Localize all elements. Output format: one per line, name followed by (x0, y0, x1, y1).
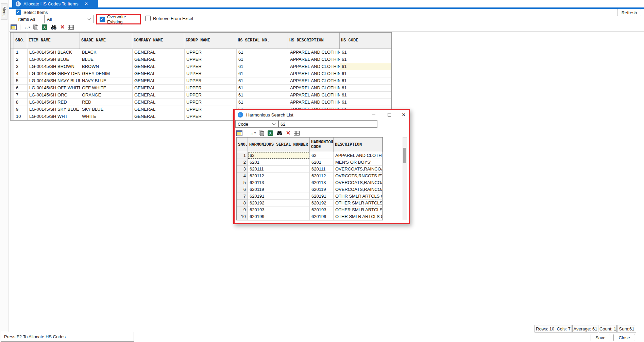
column-resize-icon[interactable]: ↔▾ (24, 24, 30, 30)
export-excel-icon[interactable]: X (42, 24, 47, 30)
column-header[interactable]: SHADE NAME (80, 33, 132, 49)
grid-cell[interactable]: 620199 (310, 213, 334, 220)
grid-cell[interactable]: APPAREL AND CLOTHING (288, 49, 340, 56)
column-resize-icon[interactable]: ↔▾ (250, 130, 255, 136)
search-field-dropdown[interactable]: Code (235, 120, 278, 128)
grid-cell[interactable]: LG-00145/SH ORG (28, 92, 80, 99)
grid-cell[interactable]: GENERAL (133, 99, 185, 106)
grid-row[interactable]: 8620192620192OTHER SMLR ARTCLS OF (237, 200, 383, 206)
grid-cell[interactable]: APPAREL AND CLOTHING (288, 85, 340, 92)
grid-cell[interactable]: 61 (340, 49, 391, 56)
grid-cell[interactable]: UPPER (185, 106, 237, 113)
grid-cell[interactable]: UPPER (185, 85, 237, 92)
grid-cell[interactable]: LG-00145/SH RED (28, 99, 80, 106)
grid-cell[interactable]: GENERAL (133, 106, 185, 113)
grid-cell[interactable]: NAVY BLUE (80, 77, 133, 85)
grid-cell[interactable]: 620193 (248, 206, 310, 213)
grid-cell[interactable]: 620111 (310, 166, 334, 173)
grid-cell[interactable]: 61 (237, 85, 288, 92)
grid-cell[interactable]: 61 (340, 63, 391, 70)
export-excel-icon[interactable]: X (268, 130, 273, 136)
grid-row[interactable]: 1LG-00145/SH BLACKBLACKGENERALUPPER61APP… (11, 49, 391, 56)
grid-cell[interactable]: LG-00145/SH BROWN (28, 63, 80, 70)
grid-cell[interactable]: GENERAL (133, 85, 185, 92)
grid-cell[interactable]: UPPER (185, 99, 237, 106)
grid-cell[interactable]: 61 (340, 56, 391, 63)
grid-row[interactable]: 3620111620111OVERCOATS,RAINCOATS, (237, 166, 383, 173)
grid-cell[interactable]: UPPER (185, 113, 237, 120)
grid-cell[interactable]: 620113 (248, 179, 310, 186)
grid-row[interactable]: 7620191620191OTHR SMLR ARTCLS OF (237, 193, 383, 200)
column-header[interactable]: HARMONIOUS SERIAL NUMBER (248, 138, 310, 152)
column-header[interactable]: GROUP NAME (184, 33, 236, 49)
grid-cell[interactable]: 3 (14, 63, 28, 70)
grid-cell[interactable]: 2 (237, 159, 248, 166)
grid-cell[interactable]: LG-00145/SH OFF WHITE (28, 85, 80, 92)
grid-row[interactable]: 5620113620113OVERCOATS,RAINCOATS, (237, 179, 383, 186)
tab-allocate-hs-codes[interactable]: L Allocate HS Codes To Items ✕ (12, 0, 98, 7)
grid-cell[interactable]: 1 (237, 152, 248, 159)
grid-cell[interactable]: 9 (14, 106, 28, 113)
grid-cell[interactable]: 620192 (310, 200, 334, 206)
grid-cell[interactable]: 7 (237, 193, 248, 200)
grid-cell[interactable]: 620199 (248, 213, 310, 220)
grid-row[interactable]: 3LG-00145/SH BROWNBROWNGENERALUPPER61APP… (11, 63, 391, 70)
column-header[interactable]: COMPANY NAME (132, 33, 184, 49)
delete-icon[interactable]: ✕ (60, 24, 65, 30)
grid-cell[interactable]: GENERAL (133, 77, 185, 85)
row-selector[interactable] (11, 49, 14, 56)
row-selector[interactable] (11, 56, 14, 63)
grid-cell[interactable]: 61 (237, 63, 288, 70)
save-layout-icon[interactable] (236, 130, 242, 136)
grid-view-icon[interactable] (294, 130, 300, 136)
grid-cell[interactable]: 61 (340, 77, 391, 85)
grid-cell[interactable]: 620113 (310, 179, 334, 186)
grid-cell[interactable]: 61 (340, 85, 391, 92)
maximize-button[interactable] (384, 110, 395, 120)
grid-cell[interactable]: OFF WHITE (80, 85, 133, 92)
row-selector[interactable] (11, 106, 14, 113)
delete-icon[interactable]: ✕ (286, 130, 290, 136)
column-header[interactable]: SNO. (14, 33, 27, 49)
grid-cell[interactable]: MEN'S OR BOYS' (334, 159, 383, 166)
grid-cell[interactable]: GENERAL (133, 113, 185, 120)
grid-cell[interactable]: 7 (14, 92, 28, 99)
copy-icon[interactable] (33, 24, 38, 30)
grid-cell[interactable]: OVERCOATS,RAINCOATS, (334, 166, 383, 173)
grid-cell[interactable]: 620119 (248, 186, 310, 193)
grid-cell[interactable]: 61 (237, 77, 288, 85)
grid-cell[interactable]: 620193 (310, 206, 334, 213)
grid-cell[interactable]: 6 (237, 186, 248, 193)
grid-cell[interactable]: APPAREL AND CLOTHING (288, 56, 340, 63)
grid-cell[interactable]: 620191 (310, 193, 334, 200)
grid-cell[interactable]: 10 (237, 213, 248, 220)
grid-cell[interactable]: OTHER SMLR ARTCLS OF (334, 206, 383, 213)
minimize-button[interactable] (368, 110, 379, 120)
find-icon[interactable] (276, 130, 283, 136)
grid-cell[interactable]: 620192 (248, 200, 310, 206)
column-header[interactable]: HS SERIAL NO. (236, 33, 288, 49)
grid-cell[interactable]: UPPER (185, 49, 237, 56)
grid-cell[interactable]: LG-00145/SH WHT (28, 113, 80, 120)
grid-cell[interactable]: UPPER (185, 92, 237, 99)
grid-cell[interactable]: OTHR SMLR ARTCLS OF (334, 213, 383, 220)
grid-cell[interactable]: 61 (237, 99, 288, 106)
column-header[interactable]: HARMONIOUS CODE (310, 138, 334, 152)
menu-flyout-tab[interactable]: Menu (1, 3, 7, 20)
row-selector[interactable] (11, 99, 14, 106)
row-selector[interactable] (11, 63, 14, 70)
dialog-close-button[interactable]: ✕ (398, 110, 409, 120)
scrollbar-thumb[interactable] (403, 148, 406, 163)
grid-cell[interactable]: 6201 (310, 159, 334, 166)
overwrite-existing-checkbox[interactable] (100, 17, 105, 22)
dialog-title-bar[interactable]: L Harmonious Search List (235, 110, 409, 120)
grid-cell[interactable]: 61 (340, 92, 391, 99)
grid-cell[interactable]: OTHER SMLR ARTCLS OF (334, 200, 383, 206)
grid-cell[interactable]: 5 (237, 179, 248, 186)
grid-row[interactable]: 6LG-00145/SH OFF WHITEOFF WHITEGENERALUP… (11, 85, 391, 92)
grid-cell[interactable]: 4 (237, 173, 248, 179)
grid-cell[interactable]: GENERAL (133, 92, 185, 99)
grid-cell[interactable]: 6 (14, 85, 28, 92)
save-layout-icon[interactable] (11, 24, 17, 30)
grid-cell[interactable]: 9 (237, 206, 248, 213)
